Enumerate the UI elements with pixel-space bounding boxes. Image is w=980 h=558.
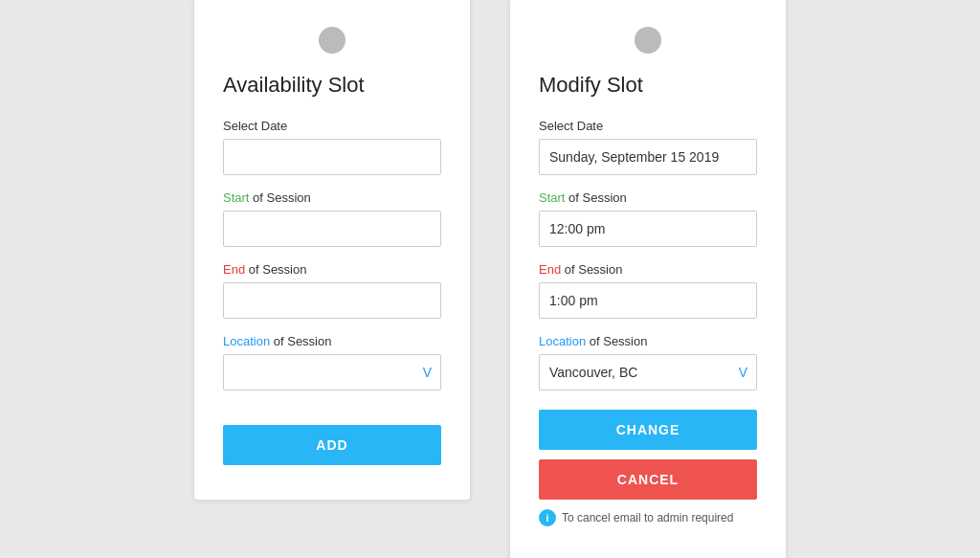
end-session-input[interactable] <box>223 282 441 319</box>
start-session-group: Start of Session <box>223 190 441 247</box>
start-session-label: Start of Session <box>223 190 441 205</box>
select-date-modify-group: Select Date <box>539 119 757 175</box>
cancel-info: i To cancel email to admin required <box>539 509 757 526</box>
select-date-modify-label: Select Date <box>539 119 757 133</box>
cancel-button[interactable]: CANCEL <box>539 459 757 500</box>
select-date-label: Select Date <box>223 119 441 133</box>
end-session-modify-label: End of Session <box>539 262 757 277</box>
availability-slot-title: Availability Slot <box>223 73 441 98</box>
location-modify-select-wrapper: V <box>539 354 757 391</box>
info-icon: i <box>539 509 556 526</box>
select-date-group: Select Date <box>223 119 441 175</box>
location-session-group: Location of Session V <box>223 334 441 391</box>
card-handle-left <box>319 27 345 54</box>
start-session-modify-label: Start of Session <box>539 190 757 205</box>
start-session-input[interactable] <box>223 211 441 247</box>
action-buttons: CHANGE CANCEL i To cancel email to admin… <box>539 410 757 526</box>
location-session-modify-label: Location of Session <box>539 334 757 348</box>
location-session-modify-group: Location of Session V <box>539 334 757 391</box>
modify-slot-title: Modify Slot <box>539 73 757 98</box>
location-session-modify-input[interactable] <box>539 354 757 391</box>
add-button[interactable]: ADD <box>223 425 441 465</box>
select-date-modify-input[interactable] <box>539 139 757 175</box>
location-select-wrapper: V <box>223 354 441 391</box>
availability-slot-card: Availability Slot Select Date Start of S… <box>193 0 471 501</box>
select-date-input[interactable] <box>223 139 441 175</box>
cancel-info-text: To cancel email to admin required <box>562 511 733 525</box>
location-session-input[interactable] <box>223 354 441 391</box>
end-session-modify-group: End of Session <box>539 262 757 319</box>
location-session-label: Location of Session <box>223 334 441 348</box>
card-handle-right <box>635 27 661 54</box>
start-session-modify-input[interactable] <box>539 211 757 247</box>
start-session-modify-group: Start of Session <box>539 190 757 247</box>
end-session-group: End of Session <box>223 262 441 319</box>
end-session-modify-input[interactable] <box>539 282 757 319</box>
change-button[interactable]: CHANGE <box>539 410 757 450</box>
end-session-label: End of Session <box>223 262 441 277</box>
modify-slot-card: Modify Slot Select Date Start of Session… <box>509 0 787 558</box>
page-wrapper: Availability Slot Select Date Start of S… <box>136 0 844 558</box>
